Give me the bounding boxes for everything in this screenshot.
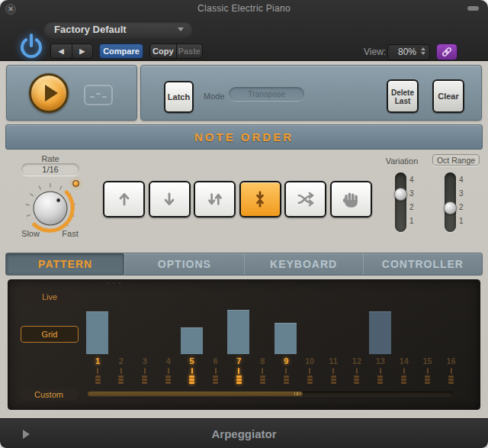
mode-dropdown[interactable]: Transpose [229, 87, 304, 101]
live-button[interactable]: Live [21, 290, 79, 305]
order-button-arrow-down-up[interactable] [194, 181, 236, 218]
step-column-6[interactable]: 6 [204, 279, 227, 410]
order-button-arrow-up[interactable] [103, 181, 145, 218]
step-column-4[interactable]: 4 [157, 279, 180, 410]
power-button[interactable] [18, 31, 45, 61]
step-column-13[interactable]: 13 [369, 279, 392, 410]
order-button-arrows-converge[interactable] [239, 181, 281, 218]
tab-controller[interactable]: CONTROLLER [363, 253, 482, 275]
step-number[interactable]: 13 [369, 356, 392, 366]
view-zoom-stepper[interactable]: 80% [387, 44, 430, 60]
step-column-5[interactable]: 5 [181, 279, 204, 410]
step-bar[interactable] [369, 311, 391, 354]
step-number[interactable]: 10 [298, 356, 321, 366]
tab-options[interactable]: OPTIONS [124, 253, 243, 275]
play-button[interactable] [29, 73, 69, 113]
copy-paste-group: Copy Paste [149, 44, 203, 59]
disclosure-triangle-icon[interactable] [23, 430, 30, 439]
midi-capture-button[interactable] [84, 85, 113, 105]
step-bar[interactable] [227, 310, 249, 354]
step-number[interactable]: 14 [393, 356, 416, 366]
compare-button[interactable]: Compare [99, 44, 143, 59]
step-column-12[interactable]: 12 [345, 279, 368, 410]
step-number[interactable]: 11 [322, 356, 345, 366]
step-column-7[interactable]: 7 [227, 279, 250, 410]
titlebar-widget[interactable] [467, 6, 479, 11]
order-button-hand[interactable] [330, 181, 372, 218]
step-column-3[interactable]: 3 [133, 279, 156, 410]
prev-preset-button[interactable]: ◀ [51, 44, 72, 58]
oct-range-label[interactable]: Oct Range [432, 154, 480, 166]
link-button[interactable] [436, 44, 458, 60]
step-column-15[interactable]: 15 [416, 279, 439, 410]
grid-button[interactable]: Grid [21, 326, 79, 343]
step-bar[interactable] [274, 323, 297, 354]
velocity-indicator[interactable] [440, 368, 463, 384]
pattern-length-handle[interactable] [294, 392, 302, 395]
velocity-indicator[interactable] [133, 368, 156, 384]
step-number[interactable]: 5 [181, 356, 204, 366]
velocity-indicator[interactable] [345, 368, 368, 384]
step-column-8[interactable]: 8 [251, 279, 274, 410]
velocity-indicator[interactable] [298, 368, 321, 384]
step-number[interactable]: 15 [416, 356, 439, 366]
step-column-16[interactable]: 16 [440, 279, 463, 410]
tab-pattern[interactable]: PATTERN [6, 253, 124, 275]
step-number[interactable]: 7 [227, 356, 250, 366]
slow-label: Slow [15, 229, 46, 238]
preset-dropdown[interactable]: Factory Default [43, 21, 193, 37]
copy-button[interactable]: Copy [150, 44, 177, 58]
step-number[interactable]: 12 [345, 356, 368, 366]
variation-slider[interactable] [395, 172, 406, 232]
velocity-indicator[interactable] [369, 368, 392, 384]
pattern-length-slider[interactable] [88, 392, 452, 396]
delete-last-button[interactable]: Delete Last [387, 79, 419, 113]
step-number[interactable]: 3 [133, 356, 156, 366]
velocity-indicator[interactable] [322, 368, 345, 384]
velocity-indicator[interactable] [204, 368, 227, 384]
variation-ticks: 4321 [409, 172, 419, 232]
velocity-indicator[interactable] [251, 368, 274, 384]
next-preset-button[interactable]: ▶ [72, 44, 93, 58]
velocity-indicator[interactable] [157, 368, 180, 384]
velocity-indicator[interactable] [181, 368, 204, 384]
tab-bar: PATTERNOPTIONSKEYBOARDCONTROLLER [5, 253, 483, 276]
variation-thumb[interactable] [394, 188, 407, 201]
step-column-1[interactable]: 1 [86, 279, 109, 410]
paste-button[interactable]: Paste [177, 44, 203, 58]
footer-title: Arpeggiator [0, 419, 488, 448]
step-column-2[interactable]: 2 [110, 279, 133, 410]
step-number[interactable]: 4 [157, 356, 180, 366]
step-bar[interactable] [181, 327, 203, 354]
step-column-10[interactable]: 10 [298, 279, 321, 410]
step-number[interactable]: 9 [274, 356, 297, 366]
preset-value: Factory Default [54, 24, 127, 35]
order-button-arrow-down[interactable] [149, 181, 191, 218]
step-column-9[interactable]: 9 [274, 279, 297, 410]
velocity-indicator[interactable] [274, 368, 297, 384]
rate-value[interactable]: 1/16 [21, 163, 79, 176]
step-number[interactable]: 1 [86, 356, 109, 366]
step-bar[interactable] [86, 311, 108, 354]
clear-button[interactable]: Clear [432, 79, 464, 113]
order-button-random[interactable] [284, 181, 326, 218]
velocity-indicator[interactable] [416, 368, 439, 384]
tab-keyboard[interactable]: KEYBOARD [244, 253, 363, 275]
stepper-arrows-icon[interactable] [421, 47, 425, 55]
velocity-indicator[interactable] [110, 368, 133, 384]
note-order-header: NOTE ORDER [5, 124, 483, 150]
velocity-indicator[interactable] [86, 368, 109, 384]
step-number[interactable]: 16 [440, 356, 463, 366]
chevron-down-icon [178, 27, 184, 31]
oct-range-thumb[interactable] [444, 201, 457, 214]
step-column-11[interactable]: 11 [322, 279, 345, 410]
latch-button[interactable]: Latch [164, 81, 194, 113]
header: ✕ Classic Electric Piano Factory Default… [0, 0, 488, 61]
step-number[interactable]: 6 [204, 356, 227, 366]
step-number[interactable]: 8 [251, 356, 274, 366]
step-column-14[interactable]: 14 [393, 279, 416, 410]
step-number[interactable]: 2 [110, 356, 133, 366]
custom-button[interactable]: Custom [19, 388, 79, 401]
velocity-indicator[interactable] [393, 368, 416, 384]
velocity-indicator[interactable] [227, 368, 250, 384]
